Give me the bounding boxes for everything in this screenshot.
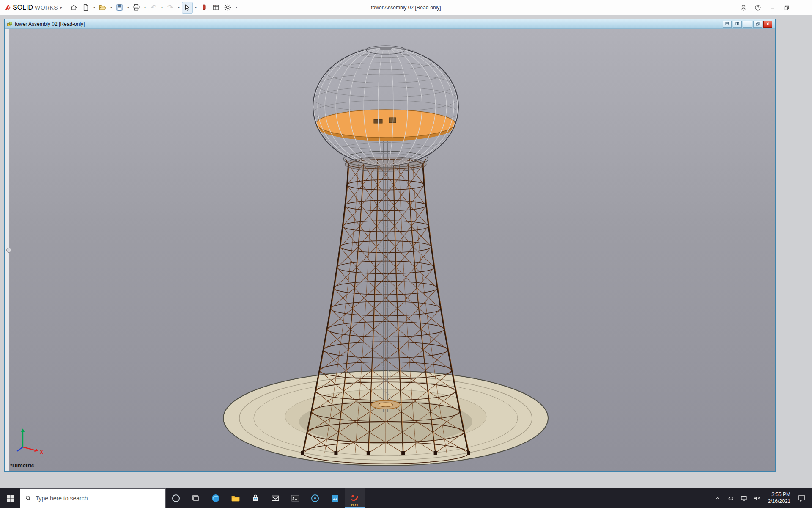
open-button[interactable] — [97, 2, 108, 14]
design-checker-icon — [212, 3, 220, 11]
home-button[interactable] — [69, 2, 80, 14]
doc-close-button[interactable] — [763, 21, 772, 28]
undo-icon: ↶ — [151, 4, 156, 11]
close-button[interactable] — [794, 2, 808, 14]
action-center-button[interactable] — [795, 488, 809, 508]
document-title: tower Assembly 02 [Read-only] — [15, 21, 85, 27]
brand-works: WORKS — [35, 4, 58, 11]
cortana-button[interactable] — [166, 488, 186, 508]
redo-caret-icon[interactable]: ▾ — [177, 6, 181, 9]
app-window-controls — [737, 2, 808, 14]
document-window-controls — [723, 21, 773, 28]
undo-caret-icon[interactable]: ▾ — [160, 6, 164, 9]
network-icon — [740, 494, 748, 502]
workspace: tower Assembly 02 [Read-only] X *Dimetri… — [0, 15, 812, 488]
graphics-viewport[interactable]: X *Dimetric — [5, 29, 775, 471]
task-view-icon — [191, 493, 201, 503]
minimize-button[interactable] — [765, 2, 779, 14]
gear-icon — [224, 3, 232, 11]
onedrive-tray-button[interactable] — [724, 488, 738, 508]
document-titlebar[interactable]: tower Assembly 02 [Read-only] — [5, 19, 775, 29]
print-caret-icon[interactable]: ▾ — [143, 6, 147, 9]
app-titlebar: SOLIDWORKS ▸ ▾ ▾ ▾ ▾ ↶ ▾ ↷ ▾ ▾ ▾ tower A… — [0, 0, 812, 15]
search-input[interactable] — [36, 495, 161, 502]
photos-icon — [330, 493, 340, 503]
show-desktop-button[interactable] — [809, 488, 812, 508]
volume-tray-button[interactable] — [751, 488, 764, 508]
close-icon — [798, 4, 804, 11]
tile-icon — [735, 22, 740, 26]
file-explorer-button[interactable] — [225, 488, 245, 508]
assembly-document-icon — [7, 21, 13, 27]
system-tray — [711, 488, 764, 508]
network-tray-button[interactable] — [738, 488, 751, 508]
solidworks-taskbar-button[interactable]: 2021 — [345, 488, 365, 508]
menu-expand-icon[interactable]: ▸ — [60, 5, 63, 10]
save-caret-icon[interactable]: ▾ — [126, 6, 130, 9]
print-icon — [132, 3, 140, 11]
select-cursor-icon — [183, 3, 191, 11]
mouse-gesture-icon — [200, 3, 208, 11]
volume-muted-icon — [753, 494, 761, 502]
taskbar-search[interactable] — [20, 488, 166, 508]
minimize-icon — [769, 4, 776, 11]
tower-3d-model: X — [5, 29, 775, 471]
select-tool-button[interactable] — [182, 2, 193, 14]
svg-text:X: X — [40, 449, 43, 455]
chevron-up-icon — [714, 494, 721, 502]
open-folder-icon — [99, 3, 107, 11]
document-window: tower Assembly 02 [Read-only] X *Dimetri… — [4, 19, 776, 472]
account-button[interactable] — [737, 2, 750, 14]
mouse-gesture-button[interactable] — [199, 2, 210, 14]
console-icon — [290, 493, 300, 503]
brand-solid: SOLID — [13, 4, 33, 11]
doc-close-icon — [765, 22, 770, 26]
photos-button[interactable] — [325, 488, 345, 508]
new-document-caret-icon[interactable]: ▾ — [92, 6, 96, 9]
file-explorer-icon — [230, 493, 241, 503]
mail-button[interactable] — [265, 488, 285, 508]
cascade-icon — [725, 22, 730, 26]
cortana-icon — [171, 493, 181, 503]
media-player-button[interactable] — [305, 488, 325, 508]
ds-logo-icon — [4, 4, 11, 11]
save-button[interactable] — [114, 2, 125, 14]
doc-cascade-button[interactable] — [723, 21, 732, 28]
edge-button[interactable] — [206, 488, 225, 508]
edge-icon — [211, 493, 221, 503]
open-caret-icon[interactable]: ▾ — [109, 6, 113, 9]
help-icon — [754, 4, 761, 11]
options-caret-icon[interactable]: ▾ — [234, 6, 239, 9]
solidworks-app-icon — [350, 493, 360, 503]
store-icon — [250, 493, 261, 503]
app-window-title: tower Assembly 02 [Read-only] — [371, 5, 441, 11]
doc-minimize-icon — [745, 22, 750, 26]
doc-restore-button[interactable] — [753, 21, 762, 28]
solidworks-version-badge: 2021 — [351, 504, 358, 507]
save-icon — [115, 3, 123, 11]
select-caret-icon[interactable]: ▾ — [194, 6, 198, 9]
new-document-button[interactable] — [80, 2, 91, 14]
task-view-button[interactable] — [186, 488, 206, 508]
search-icon — [25, 494, 32, 502]
options-button[interactable] — [222, 2, 233, 14]
store-button[interactable] — [245, 488, 265, 508]
doc-minimize-button[interactable] — [743, 21, 752, 28]
panel-splitter-handle[interactable] — [6, 248, 11, 253]
taskbar-clock[interactable]: 3:55 PM 2/16/2021 — [764, 488, 795, 508]
solidworks-logo: SOLIDWORKS ▸ — [4, 4, 63, 11]
design-checker-button[interactable] — [211, 2, 222, 14]
new-document-icon — [82, 3, 90, 11]
print-button[interactable] — [131, 2, 142, 14]
console-button[interactable] — [285, 488, 305, 508]
windows-logo-icon — [5, 493, 15, 503]
restore-button[interactable] — [780, 2, 793, 14]
media-player-icon — [310, 493, 320, 503]
redo-button[interactable]: ↷ — [165, 2, 176, 14]
help-button[interactable] — [751, 2, 765, 14]
clock-time: 3:55 PM — [771, 491, 790, 498]
start-button[interactable] — [0, 488, 20, 508]
tray-expand-button[interactable] — [711, 488, 724, 508]
undo-button[interactable]: ↶ — [148, 2, 159, 14]
doc-tile-button[interactable] — [733, 21, 742, 28]
